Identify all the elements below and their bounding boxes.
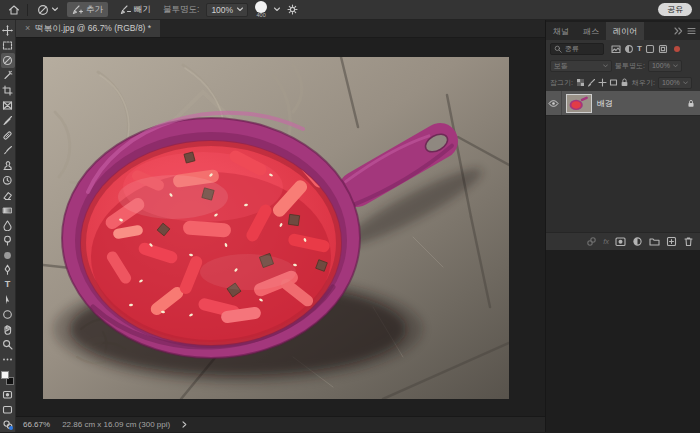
blur-tool[interactable]	[1, 218, 15, 233]
zoom-tool[interactable]	[1, 337, 15, 352]
opacity-label: 불투명도:	[163, 4, 199, 16]
move-tool[interactable]	[1, 23, 15, 38]
document-title: 떡볶이.jpg @ 66.7% (RGB/8) *	[35, 23, 151, 35]
layer-name: 배경	[597, 98, 687, 109]
new-adjustment-layer-icon[interactable]	[632, 236, 643, 247]
blend-mode-row: 보통 불투명도: 100%	[546, 57, 700, 74]
gradient-tool[interactable]	[1, 203, 15, 218]
screen-mode-button[interactable]	[1, 402, 15, 417]
selection-brush-preset[interactable]	[35, 3, 60, 17]
dodge-tool[interactable]	[1, 233, 15, 248]
zoom-level[interactable]: 66.67%	[23, 420, 50, 429]
layer-filter-row: 종류 T	[546, 40, 700, 57]
tab-layers[interactable]: 레이어	[606, 22, 644, 40]
layer-locked-icon[interactable]	[687, 99, 700, 108]
gear-icon[interactable]	[287, 4, 298, 15]
tools-panel: T	[0, 20, 16, 432]
new-group-icon[interactable]	[649, 236, 660, 247]
close-icon[interactable]: ×	[25, 24, 30, 33]
delete-layer-icon[interactable]	[683, 236, 694, 247]
document-info: 22.86 cm x 16.09 cm (300 ppi)	[62, 420, 170, 429]
filter-adjustment-layers-icon[interactable]	[624, 44, 634, 54]
workspace-empty-area	[546, 250, 700, 432]
shape-tool[interactable]	[1, 307, 15, 322]
layer-row[interactable]: 배경	[546, 91, 700, 115]
lock-all-icon[interactable]	[620, 78, 629, 87]
brush-size-control[interactable]: 400	[255, 1, 267, 19]
crop-tool[interactable]	[1, 83, 15, 98]
status-bar: 66.67% 22.86 cm x 16.09 cm (300 ppi)	[16, 416, 545, 432]
type-tool[interactable]: T	[1, 277, 15, 292]
home-icon[interactable]	[8, 4, 20, 16]
options-bar: 추가 빼기 불투명도: 100% 400 공유	[0, 0, 700, 20]
lock-transparency-icon[interactable]	[576, 78, 585, 87]
edit-toolbar-icon[interactable]	[1, 352, 15, 367]
document-tab-bar: × 떡볶이.jpg @ 66.7% (RGB/8) *	[16, 20, 545, 38]
panel-menu-icon[interactable]	[687, 27, 696, 35]
lock-artboard-icon[interactable]	[609, 78, 618, 87]
status-expand-icon[interactable]	[182, 421, 187, 428]
foreground-color-swatch[interactable]	[1, 371, 9, 379]
share-sync-icon[interactable]	[1, 417, 15, 432]
blend-mode-dropdown[interactable]: 보통	[550, 60, 612, 72]
quick-selection-tool[interactable]	[1, 68, 15, 83]
eyedropper-tool[interactable]	[1, 113, 15, 128]
burn-tool[interactable]	[1, 248, 15, 263]
marquee-tool[interactable]	[1, 38, 15, 53]
chevron-down-icon	[683, 81, 688, 85]
fill-dropdown[interactable]: 100%	[658, 77, 692, 89]
layer-style-icon[interactable]: fx	[603, 237, 609, 246]
document-tab[interactable]: × 떡볶이.jpg @ 66.7% (RGB/8) *	[16, 20, 160, 37]
clone-stamp-tool[interactable]	[1, 158, 15, 173]
chevron-down-icon	[237, 7, 243, 12]
canvas-image[interactable]	[43, 57, 509, 399]
filter-toggle-icon[interactable]	[674, 46, 680, 52]
filter-shape-layers-icon[interactable]	[645, 44, 655, 54]
panel-opacity-dropdown[interactable]: 100%	[648, 60, 682, 72]
frame-tool[interactable]	[1, 98, 15, 113]
lock-pixels-icon[interactable]	[587, 78, 596, 87]
selection-subtract-button[interactable]: 빼기	[115, 2, 156, 17]
path-selection-tool[interactable]	[1, 292, 15, 307]
link-layers-icon[interactable]	[586, 236, 597, 247]
layer-filter-search[interactable]: 종류	[550, 43, 604, 55]
photoshop-window: 추가 빼기 불투명도: 100% 400 공유	[0, 0, 700, 433]
layer-visibility-toggle[interactable]	[546, 91, 562, 115]
filter-smart-objects-icon[interactable]	[658, 44, 668, 54]
pen-tool[interactable]	[1, 263, 15, 278]
add-layer-mask-icon[interactable]	[615, 236, 626, 247]
chevron-down-icon	[603, 64, 608, 68]
opacity-dropdown[interactable]: 100%	[206, 3, 248, 17]
layers-list-empty-area[interactable]	[546, 115, 700, 232]
tteokbokki-food	[81, 141, 341, 345]
brush-tool[interactable]	[1, 143, 15, 158]
eye-icon	[548, 99, 559, 108]
fill-label: 채우기:	[632, 78, 655, 88]
layers-panel: 채널 패스 레이어 종류 T	[546, 22, 700, 250]
history-brush-tool[interactable]	[1, 173, 15, 188]
collapse-panel-icon[interactable]	[674, 27, 683, 35]
tab-paths[interactable]: 패스	[576, 22, 606, 40]
brush-preview-circle	[255, 1, 267, 13]
search-icon	[554, 45, 562, 53]
layer-thumbnail[interactable]	[566, 94, 592, 113]
chevron-down-icon	[673, 64, 678, 68]
hand-tool[interactable]	[1, 322, 15, 337]
lock-row: 잠그기: 채우기: 100%	[546, 74, 700, 91]
lock-position-icon[interactable]	[598, 78, 607, 87]
panel-tab-bar: 채널 패스 레이어	[546, 22, 700, 40]
layers-panel-footer: fx	[546, 232, 700, 250]
tab-channels[interactable]: 채널	[546, 22, 576, 40]
filter-pixel-layers-icon[interactable]	[611, 44, 621, 54]
chevron-down-icon[interactable]	[274, 7, 280, 12]
healing-brush-tool[interactable]	[1, 128, 15, 143]
share-button[interactable]: 공유	[658, 3, 692, 16]
eraser-tool[interactable]	[1, 188, 15, 203]
canvas-area[interactable]	[16, 38, 545, 416]
selection-add-button[interactable]: 추가	[67, 2, 108, 17]
quick-mask-button[interactable]	[1, 387, 15, 402]
filter-type-layers-icon[interactable]: T	[637, 45, 642, 53]
new-layer-icon[interactable]	[666, 236, 677, 247]
color-swatches[interactable]	[1, 371, 14, 385]
selection-brush-tool[interactable]	[1, 53, 15, 68]
